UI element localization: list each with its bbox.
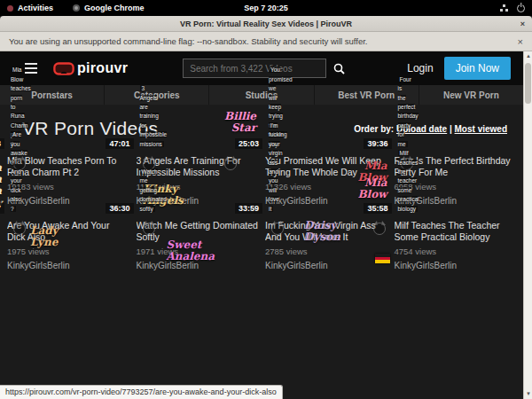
window-close-button[interactable]: ×: [520, 16, 525, 32]
scrollbar-thumb[interactable]: [525, 63, 531, 104]
logo-text: pirouvr: [77, 60, 128, 76]
search-input[interactable]: [183, 59, 326, 78]
search-bar: [183, 58, 351, 79]
studio-link[interactable]: KinkyGirlsBerlin: [395, 261, 458, 270]
video-views: 2785 views: [265, 246, 387, 256]
nav-item-new-vr-porn[interactable]: New VR Porn: [419, 85, 523, 105]
video-card: Daisy Dyson I'm fucking your virgin ass …: [265, 216, 387, 272]
video-views: 19183 views: [7, 182, 129, 192]
nav-item-studios[interactable]: Studios: [208, 85, 313, 105]
menu-icon[interactable]: [25, 63, 37, 74]
video-card: Sweet Analena Watch me getting dominated…: [137, 216, 259, 272]
video-views: 4754 views: [395, 246, 517, 256]
order-link-most-viewed[interactable]: Most viewed: [455, 124, 507, 134]
video-card: Runa Charm & Mia Blow Mia Blow teaches p…: [7, 152, 129, 207]
vr-goggles-icon: [53, 62, 74, 75]
video-views: 1975 views: [7, 246, 129, 256]
search-button[interactable]: [326, 58, 351, 79]
site-logo[interactable]: pirouvr: [53, 60, 128, 76]
desktop-clock[interactable]: Sep 7 20:25: [244, 0, 288, 16]
auth-area: Login Join Now: [407, 57, 511, 80]
scrollbar-up-icon[interactable]: ▲: [524, 51, 532, 61]
scrollbar-down-icon[interactable]: ▼: [524, 389, 532, 399]
studio-link[interactable]: KinkyGirlsBerlin: [265, 261, 328, 270]
infobar-message: You are using an unsupported command-lin…: [9, 36, 368, 46]
infobar-close-icon[interactable]: ×: [518, 36, 523, 47]
login-link[interactable]: Login: [407, 62, 433, 74]
status-url-bubble: https://pirouvr.com/vr-porn-video/779325…: [0, 385, 283, 399]
site-viewport: pirouvr Login Join Now Pornstars Categor…: [0, 51, 523, 399]
search-icon: [333, 63, 345, 74]
order-by: Order by: Upload date | Most viewed: [354, 124, 507, 134]
video-grid: Runa Charm & Mia Blow Mia Blow teaches p…: [0, 139, 523, 272]
studio-link[interactable]: KinkyGirlsBerlin: [7, 261, 70, 270]
system-tray[interactable]: [500, 4, 525, 12]
join-now-button[interactable]: Join Now: [444, 57, 511, 80]
site-header: pirouvr Login Join Now: [0, 51, 523, 85]
window-title: VR Porn: Virtual Reality Sex Videos | Pi…: [180, 20, 352, 28]
power-icon: [517, 4, 525, 12]
recording-indicator-icon: [7, 5, 13, 12]
network-icon: [500, 4, 508, 12]
video-card: Lady Lyne Are you awake ? And your dick …: [7, 216, 129, 272]
video-card: Mia Blow Milf teaches the teacher some p…: [395, 216, 517, 272]
active-app-menu[interactable]: Google Chrome: [84, 4, 145, 12]
desktop-top-bar: Activities Google Chrome Sep 7 20:25: [0, 0, 532, 16]
heading-row: VR Porn Videos Order by: Upload date | M…: [0, 105, 523, 139]
order-by-label: Order by:: [354, 124, 394, 134]
activities-button[interactable]: Activities: [18, 4, 53, 12]
chrome-app-icon: [73, 4, 80, 12]
video-title[interactable]: Milf Teaches The Teacher Some Practical …: [395, 220, 517, 242]
vertical-scrollbar[interactable]: ▲ ▼: [523, 51, 532, 399]
window-titlebar: VR Porn: Virtual Reality Sex Videos | Pi…: [0, 16, 532, 32]
page-title: VR Porn Videos: [22, 118, 158, 139]
chrome-infobar: You are using an unsupported command-lin…: [0, 32, 532, 51]
main-nav: Pornstars Categories Studios Best VR Por…: [0, 85, 523, 105]
